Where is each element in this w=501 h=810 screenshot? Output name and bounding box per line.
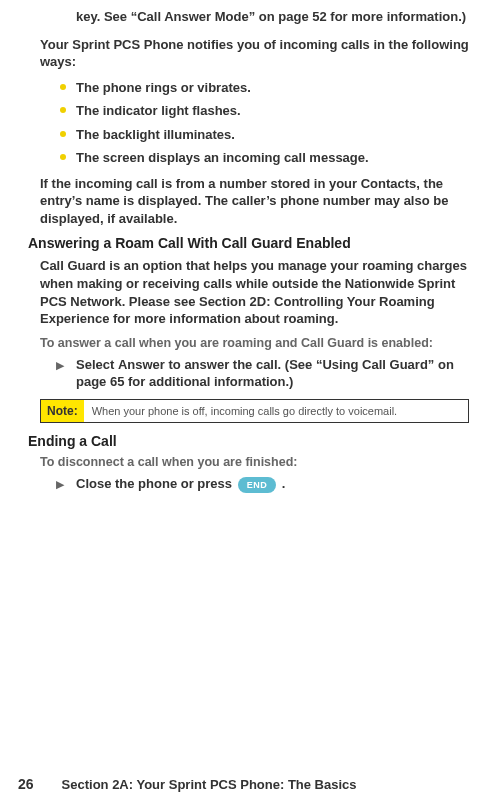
triangle-icon: ▶	[56, 478, 64, 491]
note-label: Note:	[41, 400, 84, 422]
end-key-icon: END	[238, 477, 277, 493]
roam-subheading: To answer a call when you are roaming an…	[40, 336, 469, 350]
note-text: When your phone is off, incoming calls g…	[84, 400, 406, 422]
intro-para: Your Sprint PCS Phone notifies you of in…	[40, 36, 469, 71]
step-text: Select Answer to answer the call. (See “…	[76, 356, 469, 391]
page-footer: 26 Section 2A: Your Sprint PCS Phone: Th…	[0, 776, 501, 792]
list-item: The screen displays an incoming call mes…	[40, 149, 469, 167]
contacts-para: If the incoming call is from a number st…	[40, 175, 469, 228]
step-text: Close the phone or press END .	[76, 475, 285, 493]
note-box: Note: When your phone is off, incoming c…	[40, 399, 469, 423]
roam-para: Call Guard is an option that helps you m…	[40, 257, 469, 327]
list-item: The indicator light flashes.	[40, 102, 469, 120]
triangle-icon: ▶	[56, 359, 64, 372]
continuation-text: key. See “Call Answer Mode” on page 52 f…	[76, 8, 469, 26]
list-item: The backlight illuminates.	[40, 126, 469, 144]
ways-list: The phone rings or vibrates. The indicat…	[40, 79, 469, 167]
roam-heading: Answering a Roam Call With Call Guard En…	[28, 235, 469, 251]
ending-heading: Ending a Call	[28, 433, 469, 449]
footer-title: Section 2A: Your Sprint PCS Phone: The B…	[62, 777, 357, 792]
ending-subheading: To disconnect a call when you are finish…	[40, 455, 469, 469]
list-item: The phone rings or vibrates.	[40, 79, 469, 97]
page-number: 26	[18, 776, 34, 792]
step-item: ▶ Select Answer to answer the call. (See…	[40, 356, 469, 391]
step-item: ▶ Close the phone or press END .	[40, 475, 469, 493]
